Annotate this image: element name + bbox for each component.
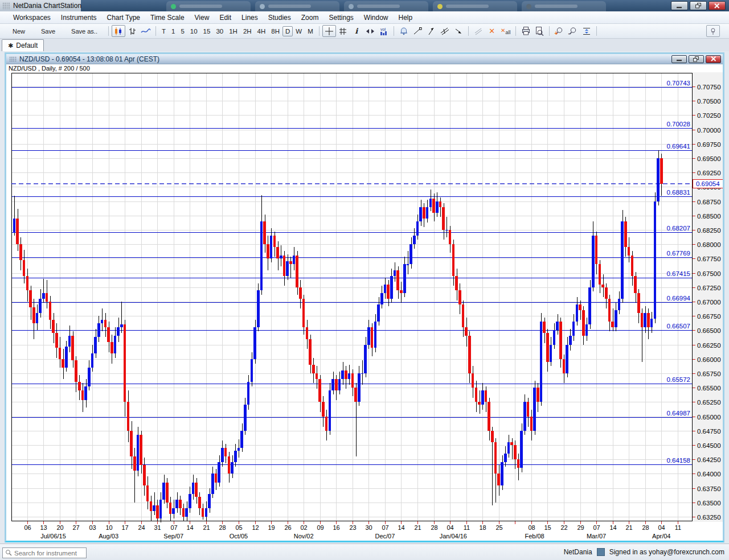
timescale-D[interactable]: D [282,26,293,36]
pin-panel-icon[interactable] [706,25,720,37]
svg-text:0.70250: 0.70250 [697,112,721,119]
btn-save[interactable]: Save [33,26,63,36]
app-titlebar: NetDania ChartStation [0,0,729,11]
price-chart[interactable]: 0.707500.705000.702500.700000.697500.695… [6,72,723,540]
zoom-out-icon[interactable]: - [566,25,580,37]
delete-all-icon[interactable]: ✕all [499,25,513,37]
svg-text:21: 21 [414,524,421,531]
svg-text:0.66500: 0.66500 [697,327,721,334]
timescale-T[interactable]: T [159,26,169,36]
minimize-button[interactable] [671,1,688,10]
delete-selected-icon[interactable]: ✕ [485,25,499,37]
close-button[interactable] [708,1,726,10]
svg-text:Aug/03: Aug/03 [99,533,118,540]
menu-edit[interactable]: Edit [214,13,236,23]
timescale-W[interactable]: W [293,26,305,36]
svg-text:0.64000: 0.64000 [697,471,721,477]
zoom-in-icon[interactable]: + [552,25,566,37]
restore-button[interactable] [690,1,707,10]
svg-text:07: 07 [593,524,600,531]
vertical-trendline-icon[interactable] [424,25,438,37]
ohlc-bar-chart-icon[interactable] [125,25,139,37]
timescale-30[interactable]: 30 [213,26,226,36]
line-chart-icon[interactable] [139,25,153,37]
info-icon[interactable]: i [350,25,363,37]
fit-vertical-icon[interactable] [580,25,593,37]
minimize-button[interactable] [671,55,687,63]
menu-help[interactable]: Help [394,13,418,23]
print-preview-icon[interactable] [533,25,546,37]
svg-text:0.64250: 0.64250 [697,456,721,463]
timescale-15[interactable]: 15 [200,26,214,36]
svg-text:07: 07 [170,524,177,531]
svg-text:0.68000: 0.68000 [697,241,721,248]
svg-text:0.68750: 0.68750 [697,199,721,205]
svg-text:0.69500: 0.69500 [697,155,721,162]
background-browser-tab [255,1,339,11]
toolbar-separator [108,26,109,36]
menu-lines[interactable]: Lines [236,13,263,23]
y-axis-area [693,72,723,522]
close-button[interactable] [706,55,721,63]
timescale-10[interactable]: 10 [187,26,200,36]
workspace-tab-label: Default [16,42,38,50]
timescale-4H[interactable]: 4H [255,26,269,36]
duplicate-lines-icon[interactable] [472,25,485,37]
timescale-5[interactable]: 5 [178,26,187,36]
menu-chart-type[interactable]: Chart Type [102,13,145,23]
tab-favicon [437,4,443,9]
menu-instruments[interactable]: Instruments [56,13,102,23]
crosshair-icon[interactable] [322,25,336,37]
svg-text:06: 06 [24,524,31,531]
print-icon[interactable] [519,25,533,37]
tab-favicon [349,4,354,9]
menu-zoom[interactable]: Zoom [296,13,324,23]
menu-studies[interactable]: Studies [263,13,296,23]
chart-window-titlebar[interactable]: NZD/USD - 0.69054 - 13:08:08 01 Apr (CES… [6,54,723,64]
svg-text:0.66250: 0.66250 [697,342,721,349]
restore-button[interactable] [689,55,704,63]
timescale-2H[interactable]: 2H [240,26,255,36]
volume-icon[interactable]: vol [377,25,391,37]
svg-text:Nov/02: Nov/02 [294,533,314,540]
svg-text:29: 29 [577,524,584,531]
timescale-M[interactable]: M [305,26,316,36]
svg-text:20: 20 [56,524,63,531]
alarm-bell-icon[interactable] [397,25,411,37]
app-icon [2,2,10,9]
timescale-8H[interactable]: 8H [268,26,282,36]
trendline-icon[interactable] [411,25,424,37]
scroll-arrows-icon[interactable] [363,25,377,37]
svg-text:Jan/04/16: Jan/04/16 [440,533,467,540]
channel-lines-icon[interactable] [438,25,452,37]
menu-view[interactable]: View [190,13,215,23]
timescale-1H[interactable]: 1H [226,26,240,36]
svg-text:0.66750: 0.66750 [697,313,721,320]
svg-text:21: 21 [625,524,632,531]
btn-new[interactable]: New [5,26,33,36]
svg-text:0.69750: 0.69750 [697,141,721,148]
svg-text:Jul/06/15: Jul/06/15 [40,533,66,540]
svg-text:0.64987: 0.64987 [666,410,690,417]
svg-text:0.64500: 0.64500 [697,442,721,449]
timescale-1[interactable]: 1 [169,26,178,36]
svg-text:28: 28 [219,524,226,531]
chart-window-controls [671,55,721,63]
current-price-box: 0.69054 [693,179,723,188]
svg-text:24: 24 [138,524,145,531]
candlestick-chart-icon[interactable] [112,25,125,37]
menu-time-scale[interactable]: Time Scale [145,13,190,23]
menu-settings[interactable]: Settings [323,13,358,23]
menu-window[interactable]: Window [359,13,394,23]
grid-icon[interactable] [336,25,350,37]
menu-workspaces[interactable]: Workspaces [8,13,56,23]
search-input[interactable] [14,550,84,557]
btn-save-as[interactable]: Save as.. [63,26,105,36]
workspace-tabbar: ✱ Default [0,39,729,51]
toolbar-right-group [706,25,720,37]
instrument-search-box[interactable] [2,547,87,558]
svg-text:11: 11 [675,524,681,531]
arrow-annotation-icon[interactable] [452,25,465,37]
svg-text:30: 30 [365,524,372,531]
workspace-tab-default[interactable]: ✱ Default [2,39,44,51]
